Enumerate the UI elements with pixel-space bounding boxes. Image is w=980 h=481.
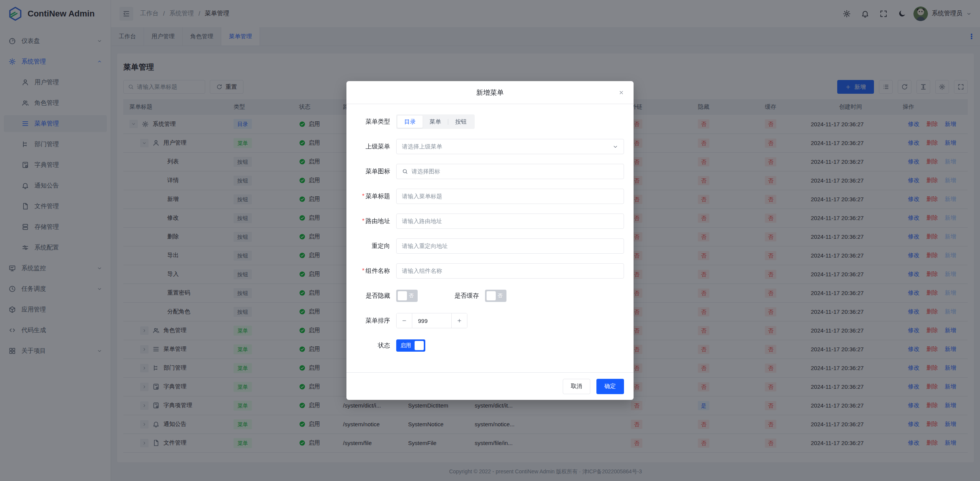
status-row: 状态 启用 bbox=[346, 338, 624, 353]
chevron-down-icon bbox=[612, 144, 618, 150]
segment-directory[interactable]: 目录 bbox=[397, 116, 423, 128]
minus-icon bbox=[401, 318, 407, 323]
menu-title-row: 菜单标题 请输入菜单标题 bbox=[346, 189, 624, 204]
redirect-input[interactable]: 请输入重定向地址 bbox=[396, 238, 624, 254]
sort-row: 菜单排序 999 bbox=[346, 313, 624, 328]
hide-toggle-value: 否 bbox=[409, 292, 414, 299]
parent-menu-row: 上级菜单 请选择上级菜单 bbox=[346, 139, 624, 154]
redirect-row: 重定向 请输入重定向地址 bbox=[346, 238, 624, 254]
component-placeholder: 请输入组件名称 bbox=[402, 267, 442, 275]
sort-label: 菜单排序 bbox=[346, 317, 390, 325]
route-label: 路由地址 bbox=[346, 217, 390, 225]
menu-type-row: 菜单类型 目录 菜单 按钮 bbox=[346, 114, 624, 129]
toggle-knob bbox=[398, 291, 407, 300]
modal-footer: 取消 确定 bbox=[346, 372, 634, 400]
segment-button[interactable]: 按钮 bbox=[448, 116, 474, 128]
menu-type-segmented: 目录 菜单 按钮 bbox=[396, 114, 475, 129]
confirm-button[interactable]: 确定 bbox=[596, 379, 624, 394]
sort-value[interactable]: 999 bbox=[412, 318, 451, 324]
menu-type-label: 菜单类型 bbox=[346, 118, 390, 126]
cache-toggle[interactable]: 否 bbox=[485, 290, 506, 302]
menu-title-input[interactable]: 请输入菜单标题 bbox=[396, 189, 624, 204]
toggles-row: 是否隐藏 否 是否缓存 否 bbox=[346, 288, 624, 303]
close-button[interactable] bbox=[617, 89, 625, 96]
route-placeholder: 请输入路由地址 bbox=[402, 218, 442, 225]
redirect-label: 重定向 bbox=[346, 242, 390, 250]
cancel-button[interactable]: 取消 bbox=[563, 379, 590, 394]
modal-body: 菜单类型 目录 菜单 按钮 上级菜单 请选择上级菜单 菜单图标 bbox=[346, 104, 634, 372]
hide-toggle[interactable]: 否 bbox=[396, 290, 418, 302]
close-icon bbox=[619, 90, 624, 95]
menu-icon-row: 菜单图标 请选择图标 bbox=[346, 164, 624, 179]
plus-icon bbox=[456, 318, 462, 323]
route-row: 路由地址 请输入路由地址 bbox=[346, 214, 624, 229]
status-label: 状态 bbox=[346, 342, 390, 350]
cache-label: 是否缓存 bbox=[454, 292, 479, 300]
status-toggle-value: 启用 bbox=[400, 342, 411, 349]
menu-icon-label: 菜单图标 bbox=[346, 168, 390, 176]
component-row: 组件名称 请输入组件名称 bbox=[346, 263, 624, 279]
component-label: 组件名称 bbox=[346, 267, 390, 275]
component-input[interactable]: 请输入组件名称 bbox=[396, 263, 624, 279]
hide-label: 是否隐藏 bbox=[346, 292, 390, 300]
modal-header: 新增菜单 bbox=[346, 81, 634, 104]
cache-toggle-value: 否 bbox=[498, 292, 503, 299]
search-icon bbox=[402, 168, 408, 174]
menu-icon-placeholder: 请选择图标 bbox=[412, 168, 440, 175]
redirect-placeholder: 请输入重定向地址 bbox=[402, 243, 448, 250]
menu-title-placeholder: 请输入菜单标题 bbox=[402, 193, 442, 200]
status-toggle[interactable]: 启用 bbox=[396, 339, 425, 352]
menu-title-label: 菜单标题 bbox=[346, 192, 390, 201]
parent-menu-placeholder: 请选择上级菜单 bbox=[402, 143, 442, 150]
parent-menu-select[interactable]: 请选择上级菜单 bbox=[396, 139, 624, 154]
toggle-knob bbox=[487, 291, 496, 300]
sort-stepper: 999 bbox=[396, 313, 467, 328]
menu-icon-input[interactable]: 请选择图标 bbox=[396, 164, 624, 179]
parent-menu-label: 上级菜单 bbox=[346, 143, 390, 151]
segment-menu[interactable]: 菜单 bbox=[423, 116, 448, 128]
modal-title: 新增菜单 bbox=[476, 88, 504, 97]
stepper-decrease-button[interactable] bbox=[397, 313, 412, 328]
stepper-increase-button[interactable] bbox=[451, 313, 467, 328]
toggle-knob bbox=[415, 341, 424, 350]
add-menu-modal: 新增菜单 菜单类型 目录 菜单 按钮 上级菜单 请选择上级菜单 bbox=[346, 81, 634, 400]
route-input[interactable]: 请输入路由地址 bbox=[396, 214, 624, 229]
